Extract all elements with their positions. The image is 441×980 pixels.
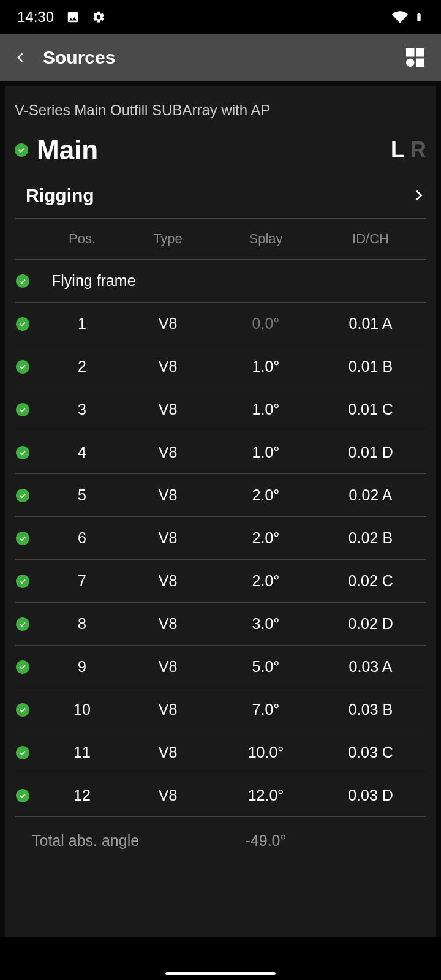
table-row[interactable]: 2 V8 1.0° 0.01 B: [15, 345, 426, 388]
cell-splay: 0.0°: [217, 315, 315, 333]
header-splay: Splay: [217, 231, 315, 247]
cell-splay: 5.0°: [217, 658, 315, 676]
cell-type: V8: [119, 401, 217, 418]
lr-selector[interactable]: L R: [391, 137, 426, 163]
cell-type: V8: [119, 315, 217, 333]
cell-splay: 2.0°: [217, 572, 315, 590]
status-check-icon: [15, 143, 28, 157]
image-icon: [66, 10, 80, 24]
cell-splay: 1.0°: [217, 443, 315, 461]
cell-pos: 2: [45, 358, 119, 375]
status-check-icon: [16, 489, 29, 502]
status-check-icon: [16, 360, 29, 374]
cell-idch: 0.03 C: [315, 744, 426, 761]
cell-splay: 2.0°: [217, 529, 315, 547]
table-row[interactable]: 3 V8 1.0° 0.01 C: [15, 388, 426, 431]
table-row[interactable]: 10 V8 7.0° 0.03 B: [15, 688, 426, 731]
svg-point-3: [406, 59, 415, 67]
svg-rect-2: [417, 48, 425, 57]
status-check-icon: [16, 617, 29, 631]
table-row[interactable]: 7 V8 2.0° 0.02 C: [15, 560, 426, 603]
status-check-icon: [16, 403, 29, 417]
cell-idch: 0.02 D: [315, 615, 426, 633]
cell-idch: 0.03 D: [315, 786, 426, 804]
cell-splay: 2.0°: [217, 486, 315, 504]
svg-rect-0: [418, 15, 420, 21]
cell-type: V8: [119, 358, 217, 375]
cell-type: V8: [119, 443, 217, 461]
grid-menu-icon[interactable]: [404, 47, 426, 69]
cell-pos: 4: [45, 443, 119, 461]
cell-idch: 0.01 A: [315, 315, 426, 333]
header-type: Type: [119, 231, 217, 247]
cell-pos: 12: [45, 786, 119, 804]
cell-type: V8: [119, 701, 217, 718]
cell-type: V8: [119, 615, 217, 633]
cell-pos: 10: [45, 701, 119, 718]
breadcrumb: V-Series Main Outfill SUBArray with AP: [15, 102, 426, 119]
status-check-icon: [16, 746, 29, 760]
table-row[interactable]: 5 V8 2.0° 0.02 A: [15, 474, 426, 517]
wifi-icon: [392, 9, 408, 25]
cell-type: V8: [119, 486, 217, 504]
cell-splay: 12.0°: [217, 786, 315, 804]
status-check-icon: [16, 789, 29, 802]
cell-type: V8: [119, 658, 217, 676]
status-check-icon: [16, 660, 29, 674]
svg-rect-4: [417, 59, 425, 67]
status-check-icon: [16, 703, 29, 717]
status-check-icon: [16, 274, 29, 288]
status-time: 14:30: [17, 9, 54, 26]
table-row[interactable]: 4 V8 1.0° 0.01 D: [15, 431, 426, 474]
cell-splay: 7.0°: [217, 701, 315, 718]
cell-idch: 0.01 D: [315, 443, 426, 461]
battery-icon: [414, 10, 424, 24]
section-rigging[interactable]: Rigging: [15, 180, 426, 219]
svg-rect-1: [406, 48, 415, 57]
home-indicator[interactable]: [165, 972, 276, 975]
cell-pos: 6: [45, 529, 119, 547]
chevron-right-icon: [412, 189, 425, 202]
status-bar: 14:30: [0, 0, 441, 34]
lr-right[interactable]: R: [410, 137, 426, 163]
table-row[interactable]: 6 V8 2.0° 0.02 B: [15, 517, 426, 560]
flying-frame-row[interactable]: Flying frame: [15, 260, 426, 303]
table-row[interactable]: 12 V8 12.0° 0.03 D: [15, 774, 426, 817]
cell-idch: 0.03 B: [315, 701, 426, 718]
app-bar: Sources: [0, 34, 441, 81]
section-title: Rigging: [16, 185, 94, 206]
status-check-icon: [16, 317, 29, 331]
table-row[interactable]: 8 V8 3.0° 0.02 D: [15, 603, 426, 646]
lr-left[interactable]: L: [391, 137, 404, 163]
table-header: Pos. Type Splay ID/CH: [15, 219, 426, 260]
cell-splay: 3.0°: [217, 615, 315, 633]
table-row[interactable]: 11 V8 10.0° 0.03 C: [15, 731, 426, 774]
cell-splay: 1.0°: [217, 358, 315, 375]
cell-type: V8: [119, 744, 217, 761]
frame-label: Flying frame: [45, 272, 136, 290]
header-idch: ID/CH: [315, 231, 426, 247]
cell-splay: 1.0°: [217, 401, 315, 418]
cell-type: V8: [119, 786, 217, 804]
cell-pos: 7: [45, 572, 119, 590]
cell-idch: 0.01 B: [315, 358, 426, 375]
gear-icon: [92, 10, 105, 24]
total-label: Total abs. angle: [15, 832, 217, 850]
cell-pos: 1: [45, 315, 119, 333]
cell-idch: 0.01 C: [315, 401, 426, 418]
cell-splay: 10.0°: [217, 744, 315, 761]
table-row[interactable]: 9 V8 5.0° 0.03 A: [15, 646, 426, 688]
cell-pos: 3: [45, 401, 119, 418]
cell-type: V8: [119, 529, 217, 547]
status-check-icon: [16, 446, 29, 459]
cell-idch: 0.02 A: [315, 486, 426, 504]
cell-pos: 9: [45, 658, 119, 676]
cell-type: V8: [119, 572, 217, 590]
total-value: -49.0°: [217, 832, 315, 850]
cell-pos: 11: [45, 744, 119, 761]
page-title: Main: [37, 135, 98, 165]
header-pos: Pos.: [45, 231, 119, 247]
back-icon[interactable]: [15, 51, 27, 64]
table-row[interactable]: 1 V8 0.0° 0.01 A: [15, 303, 426, 345]
status-check-icon: [16, 575, 29, 588]
